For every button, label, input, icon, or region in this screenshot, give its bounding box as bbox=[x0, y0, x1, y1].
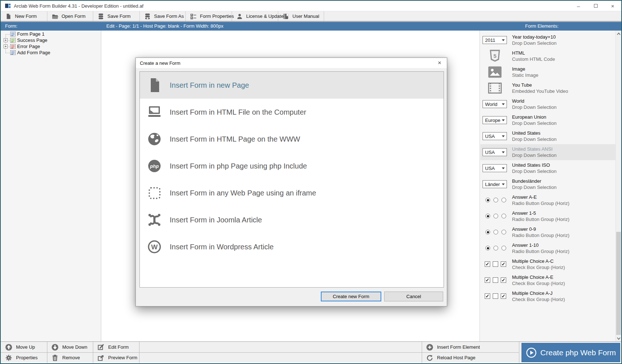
minimize-button[interactable]: – bbox=[570, 1, 587, 11]
toolbar-button-license-update[interactable]: License & Update bbox=[232, 11, 278, 21]
element-dropdown[interactable]: Europe bbox=[483, 116, 507, 124]
element-item-united-states-ansi[interactable]: USAUnited States ANSIDrop Down Selection bbox=[480, 144, 615, 160]
bottom-button-properties[interactable]: Properties bbox=[1, 352, 38, 363]
bottom-button-insert-form-element[interactable]: Insert Form Element bbox=[422, 342, 480, 352]
bottom-button-move-down[interactable]: Move Down bbox=[48, 342, 87, 352]
dialog-option-insert-form-in-html-page-on-the-www[interactable]: Insert Form in HTML Page on the WWW bbox=[140, 126, 444, 153]
element-item-united-states[interactable]: USAUnited StatesDrop Down Selection bbox=[480, 128, 615, 144]
element-item-bundesl-nder[interactable]: LänderBundesländerDrop Down Selection bbox=[480, 176, 615, 192]
window-controls: –× bbox=[570, 1, 621, 11]
bottom-toolbar-divider bbox=[519, 342, 519, 363]
reload-icon bbox=[426, 354, 433, 361]
element-item-multiple-choice-a-j[interactable]: ✓✓Multiple Choice A-JCheck Box Group (Ho… bbox=[480, 288, 615, 304]
element-widget: 2011 bbox=[480, 32, 509, 48]
element-widget bbox=[480, 64, 509, 80]
dropdown-value: World bbox=[485, 102, 502, 107]
dialog-option-insert-form-in-php-page-using-php-include[interactable]: phpInsert Form in php Page using php Inc… bbox=[140, 153, 444, 179]
dropdown-value: Länder bbox=[485, 182, 502, 187]
close-button[interactable]: × bbox=[604, 1, 621, 11]
scroll-down-icon[interactable] bbox=[616, 335, 622, 341]
element-dropdown[interactable]: Länder bbox=[483, 180, 507, 188]
form-tree-panel: Form Page 1+Success Page+Error PageAdd F… bbox=[1, 31, 101, 341]
element-dropdown[interactable]: USA bbox=[483, 148, 507, 156]
scrollbar-thumb[interactable] bbox=[616, 232, 621, 335]
element-item-year-today-today-10[interactable]: 2011Year today-today+10Drop Down Selecti… bbox=[480, 32, 615, 48]
svg-text:W: W bbox=[151, 243, 158, 251]
dialog-title-bar: Create a new Form × bbox=[136, 58, 447, 68]
element-item-multiple-choice-a-c[interactable]: ✓✓Multiple Choice A-CCheck Box Group (Ho… bbox=[480, 256, 615, 272]
dialog-option-insert-form-in-html-file-on-the-computer[interactable]: Insert Form in HTML File on the Computer bbox=[140, 99, 444, 126]
bottom-button-label: Insert Form Element bbox=[437, 344, 480, 350]
element-item-answer-a-e[interactable]: Answer A-ERadio Button Group (Horiz) bbox=[480, 192, 615, 208]
element-item-european-union[interactable]: EuropeEuropean UnionDrop Down Selection bbox=[480, 112, 615, 128]
tree-item-form-page-1[interactable]: Form Page 1 bbox=[1, 31, 101, 37]
toolbar-button-label: User Manual bbox=[292, 13, 319, 19]
element-subtitle: Drop Down Selection bbox=[512, 169, 556, 174]
dialog-close-icon[interactable]: × bbox=[436, 59, 444, 67]
tree-item-add-form-page[interactable]: Add Form Page bbox=[1, 50, 101, 56]
bottom-button-edit-form[interactable]: Edit Form bbox=[94, 342, 129, 352]
dialog-option-insert-form-in-new-page[interactable]: Insert Form in new Page bbox=[140, 72, 444, 99]
element-dropdown[interactable]: 2011 bbox=[483, 36, 507, 44]
bottom-toolbar-divider bbox=[93, 342, 93, 363]
cancel-button[interactable]: Cancel bbox=[384, 292, 443, 301]
element-item-world[interactable]: WorldWorldDrop Down Selection bbox=[480, 96, 615, 112]
expand-icon[interactable]: + bbox=[4, 38, 8, 42]
element-widget: ✓✓ bbox=[480, 272, 509, 288]
element-dropdown[interactable]: USA bbox=[483, 132, 507, 140]
element-item-answer-1-10[interactable]: Answer 1-10Radio Button Group (Horiz) bbox=[480, 240, 615, 256]
element-item-answer-1-5[interactable]: Answer 1-5Radio Button Group (Horiz) bbox=[480, 208, 615, 224]
element-title: Answer A-E bbox=[512, 194, 537, 200]
bottom-button-remove[interactable]: Remove bbox=[48, 352, 80, 363]
scroll-up-icon[interactable] bbox=[616, 31, 622, 37]
dialog-option-label: Insert Form in HTML File on the Computer bbox=[170, 108, 306, 116]
chevron-down-icon bbox=[502, 183, 505, 185]
element-item-united-states-iso[interactable]: USAUnited States ISODrop Down Selection bbox=[480, 160, 615, 176]
user-manual-icon bbox=[283, 13, 289, 20]
element-item-html[interactable]: 5HTMLCustom HTML Code bbox=[480, 48, 615, 64]
toolbar-button-save-form[interactable]: Save Form bbox=[93, 11, 140, 21]
dialog-option-insert-form-in-joomla-article[interactable]: Insert Form in Joomla Article bbox=[140, 206, 444, 233]
element-title: United States ANSI bbox=[512, 146, 552, 152]
element-item-multiple-choice-a-e[interactable]: ✓✓Multiple Choice A-ECheck Box Group (Ho… bbox=[480, 272, 615, 288]
tree-item-label: Error Page bbox=[17, 44, 40, 49]
toolbar-button-label: Form Properties bbox=[200, 13, 234, 19]
form-panel-header: Form: bbox=[5, 23, 17, 29]
toolbar-button-save-form-as[interactable]: Save Form As bbox=[140, 11, 186, 21]
maximize-icon bbox=[594, 4, 598, 8]
element-subtitle: Check Box Group (Horiz) bbox=[512, 297, 565, 302]
element-item-answer-0-9[interactable]: Answer 0-9Radio Button Group (Horiz) bbox=[480, 224, 615, 240]
expand-icon[interactable]: + bbox=[4, 44, 8, 48]
dialog-option-insert-form-in-wordpress-article[interactable]: WInsert Form in Wordpress Article bbox=[140, 233, 444, 260]
element-item-you-tube[interactable]: You TubeEmbedded YouTube Video bbox=[480, 80, 615, 96]
dropdown-value: USA bbox=[485, 134, 502, 139]
save-form-icon bbox=[98, 13, 104, 20]
iframe-icon bbox=[143, 187, 166, 199]
tree-item-error-page[interactable]: +Error Page bbox=[1, 43, 101, 50]
bottom-button-preview-form[interactable]: Preview Form bbox=[94, 352, 137, 363]
toolbar-button-user-manual[interactable]: User Manual bbox=[278, 11, 324, 21]
dialog-option-label: Insert Form in new Page bbox=[170, 81, 249, 90]
form-elements-panel: 2011Year today-today+10Drop Down Selecti… bbox=[480, 31, 615, 341]
chevron-down-icon bbox=[502, 119, 505, 121]
maximize-button[interactable] bbox=[587, 1, 604, 11]
tree-item-success-page[interactable]: +Success Page bbox=[1, 37, 101, 43]
element-item-image[interactable]: ImageStatic Image bbox=[480, 64, 615, 80]
element-dropdown[interactable]: USA bbox=[483, 164, 507, 172]
radio-icon bbox=[485, 198, 490, 202]
joomla-icon bbox=[143, 212, 166, 228]
create-new-form-button[interactable]: Create new Form bbox=[321, 292, 381, 301]
element-title: Multiple Choice A-C bbox=[512, 258, 554, 264]
element-dropdown[interactable]: World bbox=[483, 100, 507, 108]
elements-scrollbar[interactable] bbox=[615, 31, 621, 341]
section-header-bar: Form: Edit - Page: 1/1 - Host Page: blan… bbox=[1, 22, 621, 31]
create-php-web-form-button[interactable]: Create php Web Form bbox=[521, 343, 620, 362]
license-update-icon bbox=[236, 13, 243, 20]
toolbar-button-new-form[interactable]: New Form bbox=[1, 11, 47, 21]
toolbar-button-form-properties[interactable]: Form Properties bbox=[186, 11, 232, 21]
bottom-button-move-up[interactable]: Move Up bbox=[1, 342, 35, 352]
gear-icon bbox=[5, 354, 12, 361]
toolbar-button-open-form[interactable]: Open Form bbox=[47, 11, 93, 21]
bottom-button-reload-host-page[interactable]: Reload Host Page bbox=[422, 352, 476, 363]
dialog-option-insert-form-in-any-web-page-using-an-iframe[interactable]: Insert Form in any Web Page using an ifr… bbox=[140, 179, 444, 206]
